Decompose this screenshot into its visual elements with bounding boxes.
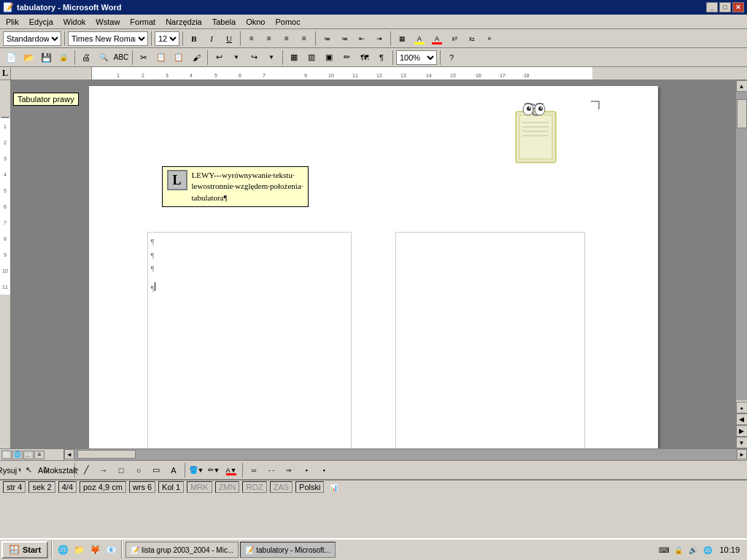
bold-button[interactable]: B: [186, 31, 202, 46]
undo-button[interactable]: ↩: [211, 50, 227, 65]
drawing-button[interactable]: ✏: [338, 50, 355, 65]
print-preview-button[interactable]: 🔍: [96, 50, 112, 65]
menu-widok[interactable]: Widok: [59, 16, 90, 28]
align-left-button[interactable]: ≡: [244, 31, 260, 46]
maximize-button[interactable]: □: [719, 2, 731, 12]
tab-type-button[interactable]: L: [0, 67, 11, 80]
underline-button[interactable]: U: [221, 31, 237, 46]
document-page[interactable]: L LEWY---wyrównywanie·tekstu· lewostronn…: [89, 86, 658, 448]
scroll-track[interactable]: [736, 92, 748, 400]
highlight-button[interactable]: A: [411, 31, 427, 46]
style-selector[interactable]: Standardowy: [3, 31, 61, 46]
quicklaunch-firefox[interactable]: 🦊: [88, 542, 102, 557]
outline-view-button[interactable]: ≡: [34, 451, 44, 459]
align-justify-button[interactable]: ≡: [296, 31, 312, 46]
spellcheck-button[interactable]: ABC: [113, 50, 129, 65]
doc-map-button[interactable]: 🗺: [356, 50, 372, 65]
menu-tabela[interactable]: Tabela: [208, 16, 240, 28]
close-button[interactable]: ✕: [732, 2, 744, 12]
align-center-button[interactable]: ≡: [261, 31, 277, 46]
font-selector[interactable]: Times New Roman: [68, 31, 148, 46]
font-color-button[interactable]: A: [429, 31, 445, 46]
fill-color-button[interactable]: 🪣▼: [188, 463, 204, 478]
clippy-assistant[interactable]: [512, 101, 570, 159]
columns-button[interactable]: ▥: [303, 50, 320, 65]
right-text-column[interactable]: [395, 232, 585, 448]
decrease-indent-button[interactable]: ⇤: [354, 31, 370, 46]
wordart-button[interactable]: A: [166, 463, 182, 478]
autoshapes-button[interactable]: Autokształty▼: [55, 463, 71, 478]
tray-network[interactable]: 🌐: [702, 544, 713, 556]
menu-narzedzia[interactable]: Narzędzia: [161, 16, 206, 28]
cut-button[interactable]: ✂: [136, 50, 152, 65]
menu-plik[interactable]: Plik: [1, 16, 23, 28]
taskbar-btn-lista[interactable]: 📝 lista grup 2003_2004 - Mic...: [125, 542, 239, 558]
menu-okno[interactable]: Okno: [241, 16, 269, 28]
rect-button[interactable]: □: [113, 463, 129, 478]
line-button[interactable]: ╱: [78, 463, 94, 478]
superscript-button[interactable]: x²: [446, 31, 462, 46]
start-button[interactable]: 🪟 Start: [1, 541, 48, 559]
next-page-button[interactable]: ▶: [736, 425, 748, 437]
subscript-button[interactable]: x₂: [464, 31, 480, 46]
tray-keyboard[interactable]: ⌨: [658, 544, 670, 556]
quicklaunch-email[interactable]: 📧: [104, 542, 118, 557]
bullets-button[interactable]: ≔: [319, 31, 335, 46]
align-right-button[interactable]: ≡: [279, 31, 295, 46]
tray-volume[interactable]: 🔊: [687, 544, 699, 556]
vertical-scrollbar[interactable]: ▲ ● ◀ ▶ ▼: [735, 80, 747, 448]
help-button[interactable]: ?: [444, 50, 460, 65]
document-canvas[interactable]: L LEWY---wyrównywanie·tekstu· lewostronn…: [11, 80, 735, 448]
zoom-selector[interactable]: 100%: [396, 50, 437, 65]
quicklaunch-folder[interactable]: 📁: [71, 542, 86, 557]
oval-button[interactable]: ○: [131, 463, 147, 478]
increase-indent-button[interactable]: ⇥: [371, 31, 387, 46]
taskbar-btn-tabulatory[interactable]: 📝 tabulatory - Microsoft...: [240, 542, 336, 558]
save-button[interactable]: 💾: [38, 50, 54, 65]
undo-dropdown[interactable]: ▼: [228, 50, 244, 65]
show-format-button[interactable]: ¶: [374, 50, 390, 65]
h-scroll-track[interactable]: [74, 449, 737, 460]
normal-view-button[interactable]: ⬜: [1, 451, 12, 459]
line-style-button[interactable]: ═: [246, 463, 262, 478]
minimize-button[interactable]: _: [706, 2, 718, 12]
font-color-draw-button[interactable]: A▼: [223, 463, 239, 478]
arrow-style-button[interactable]: ⇒: [281, 463, 297, 478]
arrow-button[interactable]: →: [96, 463, 112, 478]
paste-button[interactable]: 📋: [171, 50, 187, 65]
italic-button[interactable]: I: [204, 31, 220, 46]
dash-style-button[interactable]: - -: [263, 463, 279, 478]
numbering-button[interactable]: ≔: [336, 31, 352, 46]
permission-button[interactable]: 🔒: [55, 50, 71, 65]
scroll-left-button[interactable]: ◄: [64, 449, 74, 459]
border-button[interactable]: ▦: [394, 31, 410, 46]
textbox-button[interactable]: ▭: [148, 463, 164, 478]
prev-page-button[interactable]: ◀: [736, 413, 748, 425]
left-text-column[interactable]: ¶ ¶ ¶ ¶: [147, 232, 352, 448]
scroll-down-button[interactable]: ▼: [736, 437, 748, 448]
select-objects-button[interactable]: ↖: [20, 463, 36, 478]
select-browse-button[interactable]: ●: [736, 402, 748, 413]
line-color-button[interactable]: ✏▼: [206, 463, 222, 478]
h-scroll-thumb[interactable]: [77, 450, 136, 459]
font-size-selector[interactable]: 12: [155, 31, 179, 46]
title-bar-controls[interactable]: _ □ ✕: [706, 2, 744, 12]
menu-format[interactable]: Format: [125, 16, 160, 28]
redo-dropdown[interactable]: ▼: [263, 50, 279, 65]
quicklaunch-ie[interactable]: 🌐: [55, 542, 70, 557]
scroll-up-button[interactable]: ▲: [736, 80, 748, 92]
scroll-thumb[interactable]: [737, 99, 747, 128]
menu-wstaw[interactable]: Wstaw: [91, 16, 124, 28]
shadow-button[interactable]: ▪: [298, 463, 314, 478]
scroll-right-button[interactable]: ►: [737, 449, 747, 459]
new-button[interactable]: 📄: [3, 50, 19, 65]
web-view-button[interactable]: 🌐: [12, 451, 23, 459]
extra-button[interactable]: ×: [481, 31, 498, 46]
open-button[interactable]: 📂: [20, 50, 36, 65]
redo-button[interactable]: ↪: [246, 50, 262, 65]
menu-pomoc[interactable]: Pomoc: [271, 16, 304, 28]
insert-frame-button[interactable]: ▣: [321, 50, 337, 65]
print-button[interactable]: 🖨: [78, 50, 94, 65]
tray-security[interactable]: 🔒: [673, 544, 684, 556]
3d-button[interactable]: ▪: [316, 463, 332, 478]
